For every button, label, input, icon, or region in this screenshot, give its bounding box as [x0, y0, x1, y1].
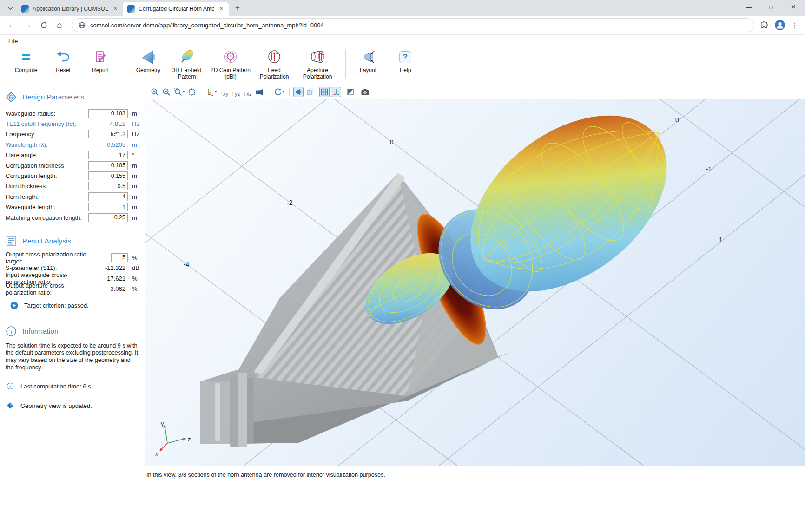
param-row: Corrugation thickness m — [0, 160, 145, 171]
info-item: Geometry view is updated. — [7, 402, 145, 409]
graphics-toolbar: ▾ ▾ ↑xy ↑ — [150, 85, 805, 98]
geometry-button[interactable]: Geometry — [132, 48, 165, 80]
input-cross-polarization-value: 17.621 — [88, 275, 128, 282]
zoom-out-button[interactable] — [161, 87, 172, 97]
tab-search-button[interactable] — [4, 1, 17, 14]
app-ribbon: Compute Reset Report Geometry — [0, 46, 805, 83]
param-row: Matching corrugation length: m — [0, 212, 145, 223]
waveguide-length-input[interactable] — [88, 203, 128, 211]
feed-polarization-button[interactable]: Feed Polarization — [255, 48, 294, 80]
farfield-lobe-large — [418, 99, 700, 328]
minimize-icon[interactable]: — — [744, 4, 754, 11]
new-tab-button[interactable]: + — [231, 2, 244, 14]
svg-text:y: y — [161, 420, 164, 427]
cross-polarization-target-input[interactable] — [111, 253, 128, 262]
polar-plot-icon — [223, 48, 238, 66]
tab-title: Application Library | COMSOL S — [33, 6, 108, 12]
help-button[interactable]: ? Help — [394, 48, 416, 80]
help-icon: ? — [399, 48, 411, 66]
screenshot-button[interactable] — [360, 87, 370, 97]
transparency-toggle[interactable] — [305, 87, 315, 97]
result-row: Output cross-polarization ratio target: … — [0, 252, 145, 263]
globe-icon — [79, 22, 86, 29]
view-xy-button[interactable]: ↑xy — [219, 87, 229, 97]
aperture-polarization-button[interactable]: Aperture Polarization — [297, 48, 338, 80]
maximize-icon[interactable]: □ — [766, 4, 776, 11]
rotate-view-button[interactable]: ▾ — [273, 87, 285, 97]
background-contrast-toggle[interactable] — [345, 87, 356, 97]
scene-light-button[interactable] — [254, 87, 265, 97]
result-analysis-icon — [6, 236, 17, 247]
dropdown-caret-icon: ▾ — [283, 90, 284, 94]
farfield-3d-button[interactable]: 3D Far-field Pattern — [167, 48, 206, 80]
reload-button[interactable] — [37, 19, 50, 32]
rotate-icon — [274, 88, 282, 96]
param-row: Frequency: Hz — [0, 129, 145, 139]
browser-tab-inactive[interactable]: Application Library | COMSOL S × — [17, 2, 123, 16]
view-xz-button[interactable]: ↑xz — [243, 87, 253, 97]
zoom-extents-button[interactable] — [187, 87, 197, 97]
aperture-polarization-icon — [309, 48, 326, 66]
matching-corrugation-length-input[interactable] — [88, 213, 128, 222]
wavelength-value: 0.5205 — [88, 141, 128, 148]
te11-cutoff-value: 4.8E8 — [88, 120, 128, 127]
file-menu[interactable]: File — [0, 35, 805, 46]
view-yz-button[interactable]: ↑yz — [231, 87, 241, 97]
up-arrow-icon: ↑ — [244, 91, 246, 97]
home-button[interactable]: ⌂ — [53, 19, 66, 32]
svg-text:1: 1 — [719, 236, 723, 243]
browser-menu-icon[interactable]: ⋮ — [791, 21, 798, 30]
zoom-box-icon — [174, 88, 182, 96]
compute-button[interactable]: Compute — [9, 48, 43, 80]
flare-angle-input[interactable] — [88, 151, 128, 159]
param-row: Wavelength (λ): 0.5205 m — [0, 139, 145, 150]
layout-button[interactable]: Layout — [353, 48, 383, 80]
horn-length-input[interactable] — [88, 192, 128, 201]
axes-toggle[interactable] — [331, 87, 341, 97]
zoom-in-icon — [151, 88, 159, 96]
corrugation-length-input[interactable] — [88, 171, 128, 180]
report-button[interactable]: Report — [83, 48, 118, 80]
dropdown-caret-icon: ▾ — [183, 90, 185, 94]
browser-tab-active[interactable]: Corrugated Circular Horn Anten × — [123, 2, 229, 16]
back-button[interactable]: ← — [6, 19, 19, 32]
url-text: comsol.com/server-demo/app/library_corru… — [90, 22, 324, 29]
extensions-icon[interactable] — [760, 21, 769, 30]
3d-canvas[interactable]: 0 -2 -4 0 -1 1 — [145, 99, 805, 466]
zoom-in-button[interactable] — [150, 87, 160, 97]
grid-toggle[interactable] — [319, 87, 330, 97]
frequency-input[interactable] — [88, 130, 128, 138]
toolbar-separator — [269, 88, 269, 96]
corrugation-thickness-input[interactable] — [88, 161, 128, 170]
param-row: Waveguide length: m — [0, 202, 145, 212]
svg-text:-1: -1 — [706, 165, 712, 173]
default-view-button[interactable]: ▾ — [205, 87, 218, 97]
report-icon — [92, 48, 108, 66]
ribbon-separator — [389, 49, 389, 79]
tab-close-icon[interactable]: × — [112, 5, 119, 13]
view-caption: In this view, 3/8 sections of the horn a… — [145, 466, 805, 478]
dropdown-caret-icon: ▾ — [215, 90, 217, 94]
toolbar-separator — [201, 88, 201, 96]
zoom-box-button[interactable]: ▾ — [173, 87, 185, 97]
chevron-down-icon — [7, 4, 13, 10]
up-arrow-icon: ↑ — [231, 91, 234, 97]
show-geometry-toggle[interactable] — [293, 87, 304, 97]
compute-icon — [18, 48, 34, 66]
close-icon[interactable]: × — [788, 3, 798, 11]
layout-icon — [360, 48, 376, 66]
browser-tab-strip: Application Library | COMSOL S × Corruga… — [0, 0, 805, 16]
horn-thickness-input[interactable] — [88, 182, 128, 190]
gain-2d-button[interactable]: 2D Gain Pattern (dBi) — [209, 48, 252, 80]
profile-avatar[interactable] — [774, 20, 785, 31]
url-bar[interactable]: comsol.com/server-demo/app/library_corru… — [72, 18, 754, 32]
reset-button[interactable]: Reset — [46, 48, 80, 80]
information-icon: i — [6, 326, 17, 337]
3d-scene: 0 -2 -4 0 -1 1 — [145, 99, 805, 466]
waveguide-radius-input[interactable] — [88, 109, 128, 118]
axes-triad-icon — [332, 88, 340, 96]
forward-button[interactable]: → — [21, 19, 34, 32]
information-body: The solution time is expected to be arou… — [6, 342, 138, 371]
section-title: Design Parameters — [22, 93, 84, 101]
tab-close-icon[interactable]: × — [218, 5, 225, 13]
